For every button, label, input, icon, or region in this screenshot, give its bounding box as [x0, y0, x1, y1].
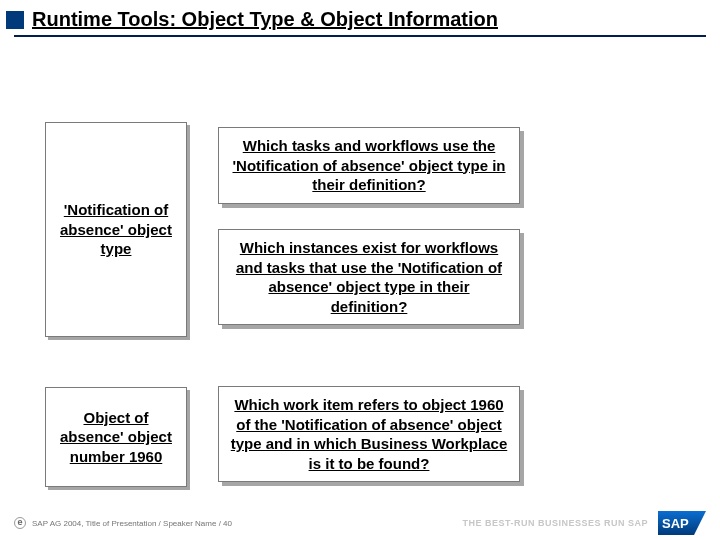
question-tasks-workflows-text: Which tasks and workflows use the 'Notif…	[229, 136, 509, 195]
sap-logo-icon: SAP	[658, 511, 706, 535]
question-workitem-text: Which work item refers to object 1960 of…	[229, 395, 509, 473]
title-row: Runtime Tools: Object Type & Object Info…	[0, 0, 720, 35]
object-type-box: 'Notification of absence' object type	[45, 122, 187, 337]
object-number-label: Object of absence' object number 1960	[50, 408, 182, 467]
footer-copyright-text: SAP AG 2004, Title of Presentation / Spe…	[32, 519, 232, 528]
slide-title: Runtime Tools: Object Type & Object Info…	[32, 8, 498, 31]
object-type-label: 'Notification of absence' object type	[50, 200, 182, 259]
title-bullet-square	[6, 11, 24, 29]
object-number-box: Object of absence' object number 1960	[45, 387, 187, 487]
sap-logo-text: SAP	[662, 516, 689, 531]
footer-tagline: THE BEST-RUN BUSINESSES RUN SAP	[462, 518, 648, 528]
question-tasks-workflows-box: Which tasks and workflows use the 'Notif…	[218, 127, 520, 204]
copyright-icon: e	[14, 517, 26, 529]
question-instances-text: Which instances exist for workflows and …	[229, 238, 509, 316]
question-instances-box: Which instances exist for workflows and …	[218, 229, 520, 325]
slide: Runtime Tools: Object Type & Object Info…	[0, 0, 720, 540]
footer: e SAP AG 2004, Title of Presentation / S…	[0, 512, 720, 540]
footer-right: THE BEST-RUN BUSINESSES RUN SAP SAP	[462, 511, 706, 535]
question-workitem-box: Which work item refers to object 1960 of…	[218, 386, 520, 482]
content-area: 'Notification of absence' object type Wh…	[0, 37, 720, 497]
footer-left: e SAP AG 2004, Title of Presentation / S…	[14, 517, 232, 529]
